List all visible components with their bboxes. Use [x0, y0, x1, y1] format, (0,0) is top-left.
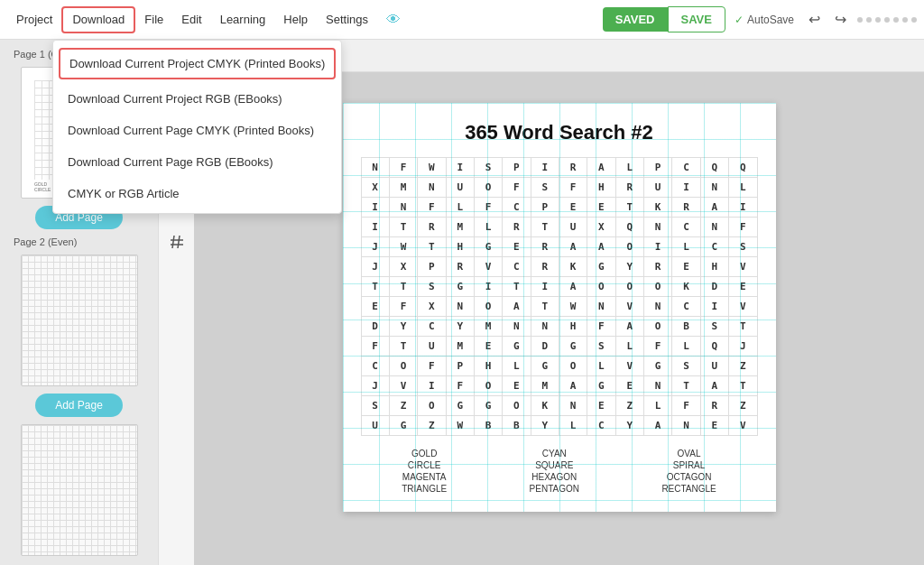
grid-cell: P — [446, 357, 474, 376]
menu-edit[interactable]: Edit — [172, 6, 210, 33]
grid-cell: D — [700, 277, 728, 297]
grid-cell: T — [728, 376, 757, 396]
grid-cell: O — [503, 396, 531, 416]
svg-line-9 — [172, 236, 174, 248]
download-dropdown: Download Current Project CMYK (Printed B… — [52, 40, 342, 214]
grid-cell: O — [615, 277, 643, 297]
grid-cell: F — [672, 396, 700, 416]
grid-cell: U — [643, 178, 671, 198]
dot-2 — [866, 17, 872, 23]
save-button[interactable]: SAVE — [668, 6, 725, 32]
grid-cell: O — [474, 376, 502, 396]
grid-cell: N — [643, 297, 671, 317]
grid-cell: T — [672, 376, 700, 396]
grid-cell: G — [446, 396, 474, 416]
dots-area — [857, 17, 917, 23]
grid-cell: I — [361, 198, 389, 218]
grid-cell: I — [728, 198, 757, 218]
grid-cell: A — [559, 237, 587, 257]
grid-cell: Y — [615, 257, 643, 277]
menu-project[interactable]: Project — [7, 6, 61, 33]
word-list-col-0: GOLDCIRCLEMAGENTATRIANGLE — [402, 449, 447, 494]
grid-cell: D — [531, 337, 559, 357]
page-2-thumbnail[interactable] — [21, 255, 138, 386]
hashtag-tool-icon[interactable] — [164, 229, 189, 255]
grid-cell: N — [672, 416, 700, 436]
dropdown-item-1[interactable]: Download Current Project RGB (EBooks) — [53, 83, 341, 115]
dropdown-item-0[interactable]: Download Current Project CMYK (Printed B… — [59, 48, 336, 79]
page-3-thumbnail[interactable] — [21, 424, 138, 556]
undo-redo-area: ↩ ↪ — [803, 7, 852, 32]
grid-cell: V — [615, 357, 643, 376]
grid-cell: R — [700, 396, 728, 416]
grid-cell: Z — [418, 416, 446, 436]
grid-cell: L — [474, 218, 502, 237]
grid-cell: S — [474, 158, 502, 178]
word-list-item: GOLD — [402, 449, 447, 458]
grid-cell: W — [446, 416, 474, 436]
menu-file[interactable]: File — [135, 6, 172, 33]
grid-cell: E — [361, 297, 389, 317]
grid-cell: R — [559, 158, 587, 178]
grid-cell: R — [531, 257, 559, 277]
grid-cell: U — [418, 337, 446, 357]
word-list-item: PENTAGON — [530, 484, 579, 494]
grid-cell: E — [503, 376, 531, 396]
grid-cell: S — [418, 277, 446, 297]
undo-button[interactable]: ↩ — [803, 7, 826, 32]
dropdown-item-3[interactable]: Download Current Page RGB (EBooks) — [53, 146, 341, 178]
grid-cell: S — [361, 396, 389, 416]
grid-cell: T — [531, 218, 559, 237]
word-search-grid: NFWISPIRALPCQQXMNUOFSFHRUINLINFLFCPEETKR… — [361, 157, 758, 436]
grid-cell: I — [418, 376, 446, 396]
menubar: Project Download File Edit Learning Help… — [0, 0, 924, 40]
saved-button[interactable]: SAVED — [603, 7, 668, 32]
grid-cell: O — [643, 317, 671, 337]
grid-cell: H — [474, 357, 502, 376]
menu-help[interactable]: Help — [274, 6, 317, 33]
grid-cell: Q — [728, 158, 757, 178]
grid-cell: J — [361, 376, 389, 396]
dropdown-item-2[interactable]: Download Current Page CMYK (Printed Book… — [53, 115, 341, 146]
word-list-item: SPIRAL — [661, 460, 716, 470]
grid-cell: Y — [446, 317, 474, 337]
grid-cell: F — [559, 178, 587, 198]
grid-cell: N — [361, 158, 389, 178]
grid-cell: F — [446, 376, 474, 396]
grid-cell: O — [615, 237, 643, 257]
grid-cell: V — [728, 257, 757, 277]
grid-cell: N — [559, 396, 587, 416]
redo-button[interactable]: ↪ — [829, 7, 852, 32]
grid-cell: T — [531, 297, 559, 317]
grid-cell: Y — [531, 416, 559, 436]
grid-cell: R — [531, 237, 559, 257]
grid-cell: U — [361, 416, 389, 436]
dot-1 — [857, 17, 863, 23]
grid-cell: P — [643, 158, 671, 178]
grid-cell: F — [389, 297, 417, 317]
grid-cell: X — [389, 257, 417, 277]
grid-cell: A — [643, 416, 671, 436]
add-page-2-button[interactable]: Add Page — [35, 394, 123, 417]
menu-learning[interactable]: Learning — [211, 6, 275, 33]
grid-cell: V — [474, 257, 502, 277]
grid-cell: T — [389, 218, 417, 237]
menu-settings[interactable]: Settings — [317, 6, 377, 33]
word-list-item: OVAL — [661, 449, 716, 458]
grid-cell: O — [559, 357, 587, 376]
preview-icon[interactable]: 👁 — [377, 6, 410, 33]
grid-cell: G — [531, 357, 559, 376]
grid-cell: E — [503, 237, 531, 257]
grid-cell: K — [672, 277, 700, 297]
word-list-item: TRIANGLE — [402, 484, 447, 494]
grid-cell: I — [672, 178, 700, 198]
grid-cell: P — [418, 257, 446, 277]
grid-cell: C — [672, 297, 700, 317]
menu-download[interactable]: Download — [61, 6, 135, 33]
grid-cell: C — [503, 257, 531, 277]
dropdown-item-4[interactable]: CMYK or RGB Article — [53, 178, 341, 209]
grid-cell: B — [474, 416, 502, 436]
grid-cell: L — [446, 198, 474, 218]
grid-cell: L — [559, 416, 587, 436]
grid-cell: C — [672, 158, 700, 178]
